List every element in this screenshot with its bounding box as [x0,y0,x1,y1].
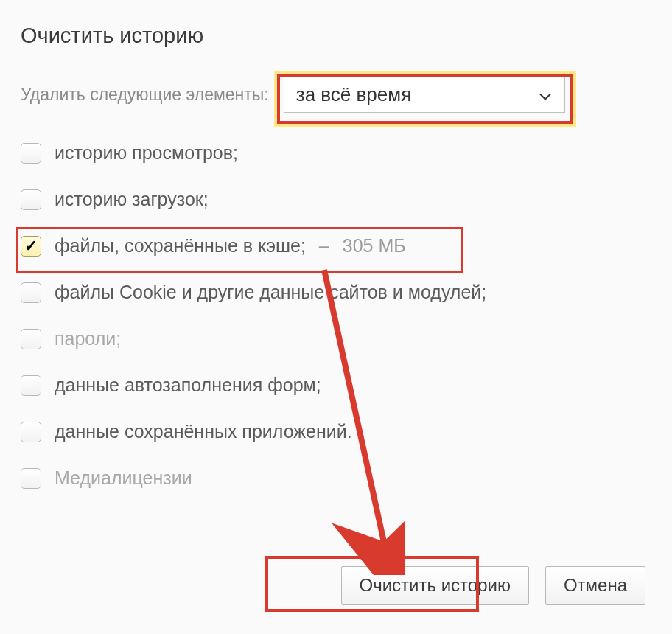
option-cached-files[interactable]: ✓ файлы, сохранённые в кэше; – 305 МБ [21,235,651,257]
dialog-title: Очистить историю [21,24,651,48]
clear-history-dialog: Очистить историю Удалить следующие элеме… [0,0,672,634]
option-label: Медиалицензии [55,467,192,489]
option-extra-dash: – [319,235,329,257]
option-browsing-history[interactable]: историю просмотров; [21,142,651,164]
cancel-button[interactable]: Отмена [545,566,645,605]
time-range-value: за всё время [296,83,412,106]
chevron-down-icon [539,83,551,106]
option-download-history[interactable]: историю загрузок; [21,189,651,210]
checkbox-media[interactable] [21,468,41,489]
checkbox-browsing[interactable] [21,143,41,164]
checkbox-passwords[interactable] [21,329,41,349]
option-media-licenses[interactable]: Медиалицензии [21,467,651,489]
option-label: данные автозаполнения форм; [55,375,321,396]
checkbox-downloads[interactable] [21,189,41,210]
option-cookies[interactable]: файлы Cookie и другие данные сайтов и мо… [21,282,651,303]
time-range-select[interactable]: за всё время [284,76,565,113]
options-list: историю просмотров; историю загрузок; ✓ … [21,142,651,489]
option-passwords[interactable]: пароли; [21,328,651,349]
option-autofill[interactable]: данные автозаполнения форм; [21,375,651,396]
checkbox-cache[interactable]: ✓ [21,236,41,257]
option-label: историю загрузок; [55,189,209,210]
checkbox-apps[interactable] [21,422,41,442]
time-range-row: Удалить следующие элементы: за всё время [21,76,651,113]
option-label: данные сохранённых приложений. [55,421,352,442]
option-label: файлы Cookie и другие данные сайтов и мо… [55,282,486,303]
option-label: историю просмотров; [55,142,238,164]
dialog-buttons: Очистить историю Отмена [341,566,645,605]
clear-history-button[interactable]: Очистить историю [341,566,529,605]
option-label: файлы, сохранённые в кэше; [55,235,306,257]
option-extra-size: 305 МБ [343,235,406,257]
checkbox-autofill[interactable] [21,375,41,396]
option-saved-apps[interactable]: данные сохранённых приложений. [21,421,651,442]
checkmark-icon: ✓ [24,238,38,254]
checkbox-cookies[interactable] [21,282,41,303]
option-label: пароли; [55,328,121,349]
time-range-label: Удалить следующие элементы: [21,85,269,105]
